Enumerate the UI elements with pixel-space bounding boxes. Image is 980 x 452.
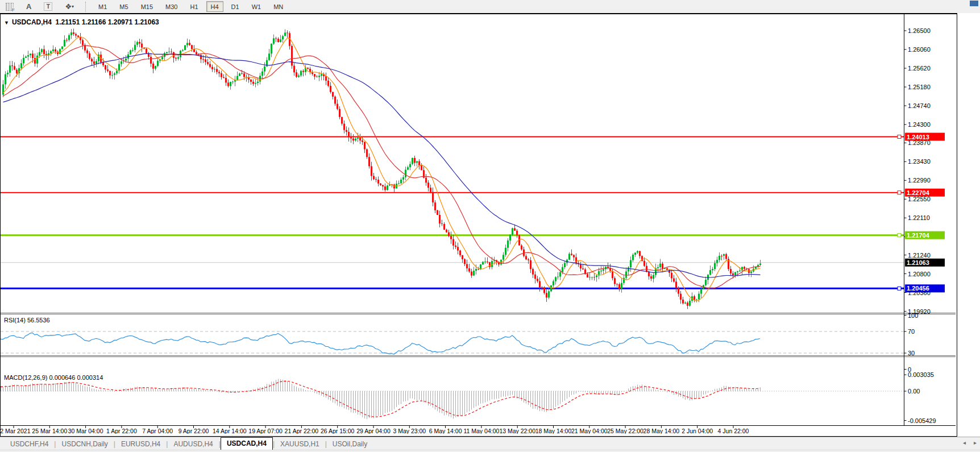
candle-body: [521, 246, 522, 250]
text-box-icon[interactable]: T: [40, 1, 56, 13]
candle-body: [464, 259, 466, 264]
candle-body: [398, 183, 400, 184]
candle-body: [632, 255, 634, 260]
hline-price-label: 1.20456: [907, 285, 929, 292]
tab-scroll-right-icon[interactable]: ▸: [974, 439, 977, 446]
timeframe-m1[interactable]: M1: [94, 1, 111, 12]
candle-body: [680, 294, 682, 300]
candle-body: [377, 180, 379, 184]
tab-audusd-h4[interactable]: AUDUSD,H4: [168, 438, 218, 450]
candle-body: [514, 228, 516, 230]
candle-body: [214, 69, 215, 69]
hline-handle[interactable]: [898, 135, 901, 139]
time-tick-label: 1 Apr 22:00: [106, 428, 137, 434]
rsi-axis-label: 70: [908, 328, 915, 335]
candle-body: [425, 178, 427, 183]
timeframe-m5[interactable]: M5: [115, 1, 132, 12]
candle-body: [82, 40, 84, 45]
candle-body: [723, 254, 725, 256]
chart-title: ▼USDCAD,H4 1.21151 1.21166 1.20971 1.210…: [4, 18, 159, 26]
price-tick-label: 1.23430: [908, 158, 931, 165]
candle-body: [355, 139, 356, 140]
text-label-icon[interactable]: A: [22, 1, 35, 13]
candle-body: [459, 251, 461, 255]
candle-body: [662, 264, 663, 269]
candle-body: [525, 256, 527, 259]
candle-body: [50, 51, 52, 53]
price-chart-canvas[interactable]: 1.265001.260601.256201.251801.247401.243…: [1, 14, 956, 434]
candle-body: [64, 40, 65, 46]
candle-body: [136, 42, 138, 45]
candle-body: [359, 138, 361, 141]
grid-fibonacci-icon[interactable]: F: [2, 1, 18, 13]
candle-body: [293, 66, 295, 73]
candle-body: [166, 52, 168, 53]
tab-usdcad-h4[interactable]: USDCAD,H4: [221, 437, 273, 450]
candle-body: [161, 57, 163, 59]
tab-scroll-left-icon[interactable]: ◂: [963, 439, 966, 446]
candle-body: [503, 255, 504, 260]
timeframe-d1[interactable]: D1: [227, 1, 244, 12]
candle-body: [175, 58, 177, 59]
candle-body: [236, 76, 238, 80]
tab-xauusd-h1[interactable]: XAUUSD,H1: [275, 438, 325, 450]
candle-body: [189, 43, 190, 45]
candle-body: [698, 294, 700, 300]
macd-axis-label: 0.00: [908, 388, 920, 395]
hline-handle[interactable]: [898, 287, 901, 290]
cycle-arrows-icon[interactable]: ❖▾: [61, 1, 78, 13]
hline-handle[interactable]: [898, 191, 901, 194]
candle-body: [32, 53, 34, 58]
price-tick-label: 1.26500: [908, 27, 931, 34]
hline-handle[interactable]: [898, 234, 901, 237]
candle-body: [730, 269, 732, 273]
time-tick-label: 30 Mar 04:00: [68, 428, 103, 434]
tab-usdcnh-daily[interactable]: USDCNH,Daily: [56, 438, 113, 450]
time-tick-label: 25 May 22:00: [607, 428, 643, 434]
candle-body: [5, 74, 6, 85]
candle-body: [437, 210, 438, 215]
candle-body: [368, 157, 370, 166]
candle-body: [330, 86, 331, 92]
candle-body: [555, 277, 557, 281]
hline-price-label: 1.24013: [907, 134, 929, 140]
timeframe-m15[interactable]: M15: [136, 1, 157, 12]
candle-body: [557, 277, 559, 277]
timeframe-h1[interactable]: H1: [185, 1, 202, 12]
chart-window[interactable]: ▼USDCAD,H4 1.21151 1.21166 1.20971 1.210…: [0, 13, 957, 437]
candle-body: [39, 52, 40, 56]
candle-body: [332, 92, 334, 97]
candle-body: [559, 272, 561, 277]
candle-body: [537, 279, 538, 281]
timeframe-h4[interactable]: H4: [206, 1, 223, 12]
candle-body: [528, 259, 529, 260]
candle-body: [623, 278, 625, 283]
timeframe-mn[interactable]: MN: [269, 1, 288, 12]
candle-body: [59, 49, 61, 54]
price-tick-label: 1.22110: [908, 214, 930, 221]
candle-body: [118, 64, 120, 71]
timeframe-m30[interactable]: M30: [161, 1, 182, 12]
candle-body: [414, 158, 416, 163]
time-tick-label: 28 May 14:00: [643, 428, 680, 434]
candle-body: [744, 267, 745, 268]
candle-body: [593, 277, 595, 277]
hline-price-label: 1.22704: [907, 189, 930, 196]
candle-body: [93, 61, 95, 64]
tab-usdchf-h4[interactable]: USDCHF,H4: [5, 438, 54, 450]
candle-body: [457, 247, 459, 250]
candle-body: [66, 40, 68, 40]
candle-body: [580, 264, 582, 269]
candle-body: [23, 58, 24, 63]
candle-body: [30, 53, 31, 55]
candle-body: [14, 66, 15, 69]
candle-body: [637, 251, 638, 253]
timeframe-w1[interactable]: W1: [247, 1, 266, 12]
tab-eurusd-h4[interactable]: EURUSD,H4: [115, 438, 166, 450]
candle-body: [596, 276, 597, 277]
chart-dropdown-icon[interactable]: ▼: [4, 20, 9, 26]
hline-price-label: 1.21704: [907, 232, 930, 239]
candle-body: [296, 72, 297, 77]
tab-usoil-daily[interactable]: USOil,Daily: [327, 438, 373, 450]
candle-body: [516, 231, 518, 235]
